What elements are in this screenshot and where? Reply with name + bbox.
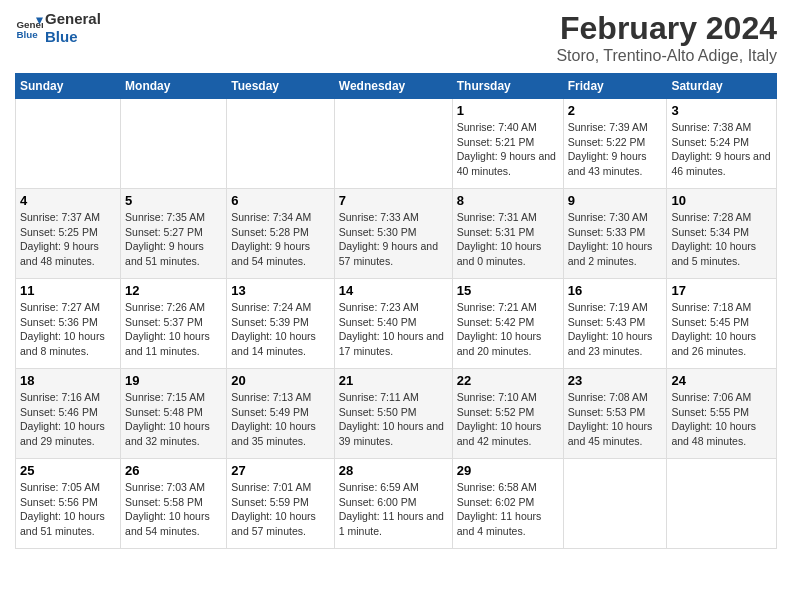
day-info: Sunrise: 6:59 AMSunset: 6:00 PMDaylight:… (339, 480, 448, 539)
calendar-cell: 14Sunrise: 7:23 AMSunset: 5:40 PMDayligh… (334, 279, 452, 369)
weekday-header-tuesday: Tuesday (227, 74, 335, 99)
page-subtitle: Storo, Trentino-Alto Adige, Italy (556, 47, 777, 65)
day-number: 20 (231, 373, 330, 388)
weekday-header-row: SundayMondayTuesdayWednesdayThursdayFrid… (16, 74, 777, 99)
calendar-cell: 23Sunrise: 7:08 AMSunset: 5:53 PMDayligh… (563, 369, 667, 459)
logo: General Blue General Blue (15, 10, 101, 46)
day-number: 9 (568, 193, 663, 208)
day-number: 1 (457, 103, 559, 118)
day-number: 19 (125, 373, 222, 388)
day-number: 15 (457, 283, 559, 298)
day-info: Sunrise: 7:37 AMSunset: 5:25 PMDaylight:… (20, 210, 116, 269)
calendar-cell: 24Sunrise: 7:06 AMSunset: 5:55 PMDayligh… (667, 369, 777, 459)
day-info: Sunrise: 7:15 AMSunset: 5:48 PMDaylight:… (125, 390, 222, 449)
day-number: 21 (339, 373, 448, 388)
day-info: Sunrise: 7:18 AMSunset: 5:45 PMDaylight:… (671, 300, 772, 359)
day-number: 25 (20, 463, 116, 478)
calendar-cell (227, 99, 335, 189)
day-info: Sunrise: 7:08 AMSunset: 5:53 PMDaylight:… (568, 390, 663, 449)
logo-line1: General (45, 10, 101, 28)
weekday-header-friday: Friday (563, 74, 667, 99)
calendar-cell: 5Sunrise: 7:35 AMSunset: 5:27 PMDaylight… (121, 189, 227, 279)
calendar-cell: 10Sunrise: 7:28 AMSunset: 5:34 PMDayligh… (667, 189, 777, 279)
day-info: Sunrise: 7:34 AMSunset: 5:28 PMDaylight:… (231, 210, 330, 269)
calendar-cell (334, 99, 452, 189)
day-number: 17 (671, 283, 772, 298)
calendar-cell: 1Sunrise: 7:40 AMSunset: 5:21 PMDaylight… (452, 99, 563, 189)
calendar-cell: 11Sunrise: 7:27 AMSunset: 5:36 PMDayligh… (16, 279, 121, 369)
calendar-cell: 4Sunrise: 7:37 AMSunset: 5:25 PMDaylight… (16, 189, 121, 279)
day-number: 29 (457, 463, 559, 478)
calendar-cell: 16Sunrise: 7:19 AMSunset: 5:43 PMDayligh… (563, 279, 667, 369)
weekday-header-wednesday: Wednesday (334, 74, 452, 99)
day-info: Sunrise: 7:33 AMSunset: 5:30 PMDaylight:… (339, 210, 448, 269)
day-info: Sunrise: 7:27 AMSunset: 5:36 PMDaylight:… (20, 300, 116, 359)
calendar-cell (667, 459, 777, 549)
day-info: Sunrise: 7:16 AMSunset: 5:46 PMDaylight:… (20, 390, 116, 449)
title-block: February 2024 Storo, Trentino-Alto Adige… (556, 10, 777, 65)
header: General Blue General Blue February 2024 … (15, 10, 777, 65)
calendar-cell (16, 99, 121, 189)
weekday-header-saturday: Saturday (667, 74, 777, 99)
day-info: Sunrise: 7:40 AMSunset: 5:21 PMDaylight:… (457, 120, 559, 179)
day-info: Sunrise: 7:30 AMSunset: 5:33 PMDaylight:… (568, 210, 663, 269)
day-info: Sunrise: 7:06 AMSunset: 5:55 PMDaylight:… (671, 390, 772, 449)
day-number: 5 (125, 193, 222, 208)
calendar-cell: 8Sunrise: 7:31 AMSunset: 5:31 PMDaylight… (452, 189, 563, 279)
day-info: Sunrise: 7:23 AMSunset: 5:40 PMDaylight:… (339, 300, 448, 359)
calendar-week-row: 11Sunrise: 7:27 AMSunset: 5:36 PMDayligh… (16, 279, 777, 369)
day-number: 23 (568, 373, 663, 388)
calendar-week-row: 4Sunrise: 7:37 AMSunset: 5:25 PMDaylight… (16, 189, 777, 279)
calendar-cell: 28Sunrise: 6:59 AMSunset: 6:00 PMDayligh… (334, 459, 452, 549)
calendar-cell: 9Sunrise: 7:30 AMSunset: 5:33 PMDaylight… (563, 189, 667, 279)
page-title: February 2024 (556, 10, 777, 47)
calendar-cell: 3Sunrise: 7:38 AMSunset: 5:24 PMDaylight… (667, 99, 777, 189)
day-number: 22 (457, 373, 559, 388)
day-number: 7 (339, 193, 448, 208)
calendar-cell: 21Sunrise: 7:11 AMSunset: 5:50 PMDayligh… (334, 369, 452, 459)
svg-text:Blue: Blue (16, 29, 38, 40)
calendar-cell: 17Sunrise: 7:18 AMSunset: 5:45 PMDayligh… (667, 279, 777, 369)
logo-icon: General Blue (15, 14, 43, 42)
day-number: 26 (125, 463, 222, 478)
logo-line2: Blue (45, 28, 101, 46)
day-number: 18 (20, 373, 116, 388)
day-info: Sunrise: 7:01 AMSunset: 5:59 PMDaylight:… (231, 480, 330, 539)
day-number: 12 (125, 283, 222, 298)
calendar-week-row: 25Sunrise: 7:05 AMSunset: 5:56 PMDayligh… (16, 459, 777, 549)
day-number: 14 (339, 283, 448, 298)
day-info: Sunrise: 7:03 AMSunset: 5:58 PMDaylight:… (125, 480, 222, 539)
day-number: 3 (671, 103, 772, 118)
day-info: Sunrise: 7:21 AMSunset: 5:42 PMDaylight:… (457, 300, 559, 359)
calendar-cell: 19Sunrise: 7:15 AMSunset: 5:48 PMDayligh… (121, 369, 227, 459)
calendar-cell: 2Sunrise: 7:39 AMSunset: 5:22 PMDaylight… (563, 99, 667, 189)
calendar-cell: 6Sunrise: 7:34 AMSunset: 5:28 PMDaylight… (227, 189, 335, 279)
calendar-cell: 29Sunrise: 6:58 AMSunset: 6:02 PMDayligh… (452, 459, 563, 549)
calendar-cell: 15Sunrise: 7:21 AMSunset: 5:42 PMDayligh… (452, 279, 563, 369)
day-number: 6 (231, 193, 330, 208)
day-info: Sunrise: 6:58 AMSunset: 6:02 PMDaylight:… (457, 480, 559, 539)
day-number: 2 (568, 103, 663, 118)
day-number: 10 (671, 193, 772, 208)
calendar-table: SundayMondayTuesdayWednesdayThursdayFrid… (15, 73, 777, 549)
calendar-week-row: 18Sunrise: 7:16 AMSunset: 5:46 PMDayligh… (16, 369, 777, 459)
calendar-cell: 12Sunrise: 7:26 AMSunset: 5:37 PMDayligh… (121, 279, 227, 369)
day-info: Sunrise: 7:38 AMSunset: 5:24 PMDaylight:… (671, 120, 772, 179)
day-number: 24 (671, 373, 772, 388)
calendar-cell: 7Sunrise: 7:33 AMSunset: 5:30 PMDaylight… (334, 189, 452, 279)
day-number: 13 (231, 283, 330, 298)
calendar-cell: 13Sunrise: 7:24 AMSunset: 5:39 PMDayligh… (227, 279, 335, 369)
day-info: Sunrise: 7:19 AMSunset: 5:43 PMDaylight:… (568, 300, 663, 359)
calendar-week-row: 1Sunrise: 7:40 AMSunset: 5:21 PMDaylight… (16, 99, 777, 189)
calendar-cell: 25Sunrise: 7:05 AMSunset: 5:56 PMDayligh… (16, 459, 121, 549)
day-info: Sunrise: 7:05 AMSunset: 5:56 PMDaylight:… (20, 480, 116, 539)
calendar-cell: 18Sunrise: 7:16 AMSunset: 5:46 PMDayligh… (16, 369, 121, 459)
day-info: Sunrise: 7:28 AMSunset: 5:34 PMDaylight:… (671, 210, 772, 269)
day-info: Sunrise: 7:13 AMSunset: 5:49 PMDaylight:… (231, 390, 330, 449)
day-info: Sunrise: 7:26 AMSunset: 5:37 PMDaylight:… (125, 300, 222, 359)
day-number: 8 (457, 193, 559, 208)
weekday-header-sunday: Sunday (16, 74, 121, 99)
calendar-cell: 27Sunrise: 7:01 AMSunset: 5:59 PMDayligh… (227, 459, 335, 549)
weekday-header-thursday: Thursday (452, 74, 563, 99)
weekday-header-monday: Monday (121, 74, 227, 99)
